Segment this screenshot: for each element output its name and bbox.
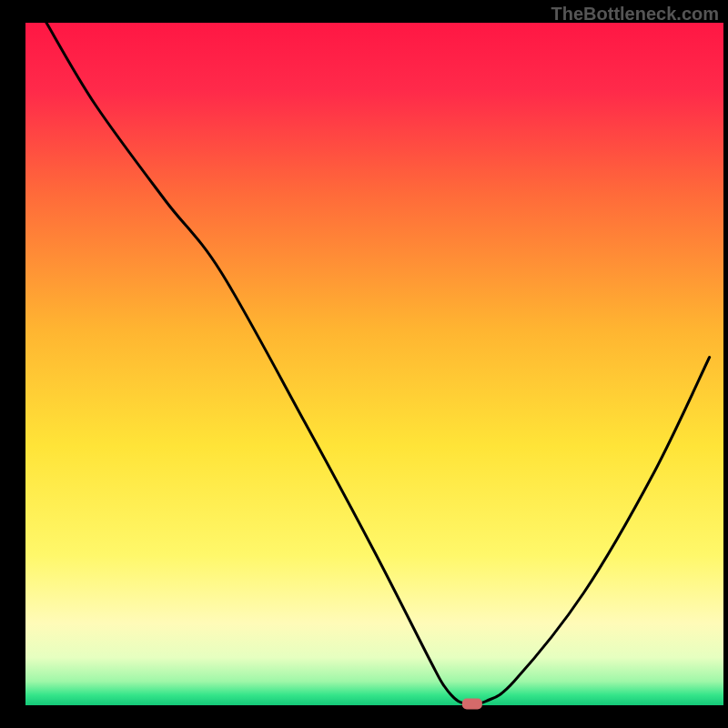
chart-container: TheBottleneck.com <box>0 0 728 728</box>
bottleneck-chart <box>0 0 728 728</box>
plot-background <box>25 23 723 705</box>
watermark-label: TheBottleneck.com <box>551 4 719 25</box>
optimal-marker <box>462 699 482 710</box>
